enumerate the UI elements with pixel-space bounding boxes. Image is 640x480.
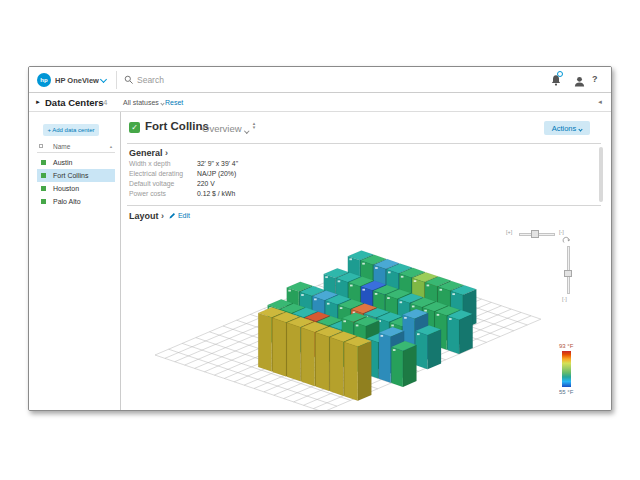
temperature-max-label: 93 °F bbox=[559, 343, 573, 349]
sidebar-item-austin[interactable]: Austin bbox=[37, 156, 115, 169]
add-data-center-button[interactable]: + Add data center bbox=[43, 124, 99, 136]
status-ok-icon bbox=[41, 199, 46, 204]
sidebar-item-fort-collins[interactable]: Fort Collins bbox=[37, 169, 115, 182]
desktop: hp HP OneView Search bbox=[0, 0, 640, 480]
scrollbar[interactable] bbox=[599, 147, 603, 202]
layout-section-heading[interactable]: Layout › bbox=[129, 211, 164, 221]
zoom-out-label[interactable]: [-] bbox=[559, 229, 564, 235]
field-value: 32' 9" x 39' 4" bbox=[197, 160, 238, 167]
field-label: Power costs bbox=[129, 190, 166, 197]
app-window: hp HP OneView Search bbox=[28, 66, 612, 411]
divider bbox=[116, 71, 117, 89]
list-header[interactable]: Name ▲ bbox=[37, 142, 115, 153]
help-button[interactable]: ? bbox=[592, 74, 598, 84]
rotate-icon[interactable] bbox=[562, 236, 571, 245]
name-column-header: Name bbox=[53, 143, 70, 150]
divider bbox=[127, 205, 601, 206]
status-column-icon bbox=[39, 144, 43, 148]
user-menu-button[interactable] bbox=[574, 73, 585, 91]
field-label: Width x depth bbox=[129, 160, 171, 167]
notification-badge bbox=[557, 71, 563, 77]
notifications-button[interactable] bbox=[550, 73, 562, 91]
resource-title: Fort Collins bbox=[145, 120, 209, 132]
search-icon bbox=[124, 75, 134, 85]
brand-menu-chevron-icon[interactable] bbox=[100, 76, 107, 83]
actions-button[interactable]: Actions bbox=[544, 121, 590, 135]
activity-updown-icon[interactable]: ▴▾ bbox=[250, 121, 258, 129]
pencil-icon bbox=[169, 212, 176, 219]
edit-layout-link[interactable]: Edit bbox=[169, 212, 190, 219]
chevron-down-icon bbox=[579, 127, 583, 131]
general-section-heading[interactable]: General › bbox=[129, 148, 168, 158]
collapse-panel-icon[interactable]: ◄ bbox=[597, 99, 603, 105]
status-ok-check-icon: ✓ bbox=[129, 122, 140, 133]
expand-menu-icon[interactable]: ► bbox=[35, 99, 41, 105]
temperature-scale bbox=[562, 351, 571, 387]
page-title: Data Centers bbox=[45, 97, 104, 108]
status-ok-icon bbox=[41, 160, 46, 165]
status-ok-icon bbox=[41, 173, 46, 178]
status-ok-icon bbox=[41, 186, 46, 191]
brand-name: HP OneView bbox=[55, 76, 99, 85]
tilt-slider-handle[interactable] bbox=[564, 270, 572, 277]
sidebar-item-houston[interactable]: Houston bbox=[37, 182, 115, 195]
temperature-min-label: 55 °F bbox=[559, 389, 573, 395]
field-value: 0.12 $ / kWh bbox=[197, 190, 235, 197]
field-label: Default voltage bbox=[129, 180, 174, 187]
zoom-slider-handle[interactable] bbox=[531, 230, 539, 238]
hp-logo-icon: hp bbox=[37, 73, 51, 87]
sidebar-item-palo-alto[interactable]: Palo Alto bbox=[37, 195, 115, 208]
reset-filter-link[interactable]: Reset bbox=[165, 99, 183, 106]
field-value: NA/JP (20%) bbox=[197, 170, 236, 177]
field-value: 220 V bbox=[197, 180, 215, 187]
layout-3d-view[interactable] bbox=[127, 223, 605, 411]
divider bbox=[127, 143, 601, 144]
filter-bar: ► Data Centers 4 All statuses Reset ◄ bbox=[29, 93, 611, 112]
user-icon bbox=[574, 76, 585, 87]
status-filter-dropdown[interactable]: All statuses bbox=[123, 99, 164, 106]
chevron-down-icon bbox=[244, 128, 249, 133]
sort-asc-icon: ▲ bbox=[109, 144, 113, 149]
top-bar: hp HP OneView Search bbox=[29, 67, 611, 93]
zoom-in-label[interactable]: [+] bbox=[506, 229, 512, 235]
search-input[interactable]: Search bbox=[137, 75, 164, 85]
sidebar: + Add data center Name ▲ Austin Fort Col… bbox=[29, 112, 121, 411]
content-area: + Add data center Name ▲ Austin Fort Col… bbox=[29, 112, 611, 411]
main-panel: ✓ Fort Collins Overview ▴▾ Actions Gener… bbox=[122, 112, 611, 411]
tilt-slider-mark: [·] bbox=[562, 296, 567, 302]
view-selector-dropdown[interactable]: Overview bbox=[202, 123, 248, 134]
field-label: Electrical derating bbox=[129, 170, 183, 177]
chevron-down-icon bbox=[160, 101, 164, 105]
item-count: 4 bbox=[103, 98, 107, 107]
